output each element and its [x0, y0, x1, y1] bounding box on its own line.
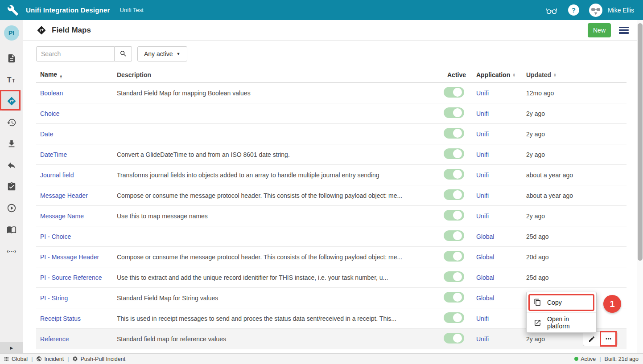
history-icon — [7, 118, 16, 127]
sidebar-item-download[interactable] — [2, 134, 21, 154]
field-map-link[interactable]: Journal field — [40, 172, 74, 179]
column-header-name[interactable]: Name▲▼ — [36, 71, 117, 79]
top-bar: Unifi Integration Designer Unifi Test ? … — [0, 0, 643, 20]
table-row: DateTimeConvert a GlideDateTime to and f… — [36, 144, 627, 165]
sidebar-item-text[interactable] — [2, 70, 21, 90]
help-icon[interactable]: ? — [568, 4, 579, 16]
active-toggle[interactable] — [444, 148, 464, 159]
active-filter-dropdown[interactable]: Any active▼ — [137, 46, 187, 61]
active-toggle[interactable] — [444, 251, 464, 262]
column-header-application[interactable]: Application▲▼ — [466, 71, 515, 78]
sort-icon: ▲▼ — [59, 74, 62, 79]
active-toggle[interactable] — [444, 271, 464, 282]
field-map-link[interactable]: Choice — [40, 110, 60, 117]
application-link[interactable]: Global — [476, 254, 494, 261]
active-toggle[interactable] — [444, 128, 464, 139]
hamburger-icon[interactable] — [619, 27, 629, 34]
application-link[interactable]: Unifi — [476, 335, 489, 343]
user-avatar[interactable] — [589, 4, 602, 17]
footer-scope[interactable]: Global — [4, 356, 28, 362]
context-menu-item-copy[interactable]: Copy — [527, 292, 596, 312]
active-toggle[interactable] — [444, 292, 464, 303]
field-map-link[interactable]: Boolean — [40, 90, 63, 97]
field-map-link[interactable]: PI - Source Reference — [40, 274, 102, 281]
search-input[interactable] — [36, 46, 115, 61]
application-link[interactable]: Unifi — [476, 172, 489, 179]
description-cell: Convert a GlideDateTime to and from an I… — [117, 151, 430, 158]
table-row: BooleanStandard Field Map for mapping Bo… — [36, 83, 627, 103]
table-header-row: Name▲▼DescriptionActiveApplication▲▼Upda… — [36, 67, 627, 83]
sidebar-item-history[interactable] — [2, 113, 21, 132]
column-header-updated[interactable]: Updated▲▼ — [515, 71, 583, 78]
description-cell: Use this to map message names — [117, 213, 430, 220]
application-link[interactable]: Unifi — [476, 192, 489, 199]
instance-name[interactable]: Unifi Test — [120, 7, 144, 13]
updated-cell: 2y ago — [515, 151, 583, 158]
active-toggle[interactable] — [444, 87, 464, 98]
built-label: Built: 21d ago — [605, 356, 639, 362]
field-map-link[interactable]: Message Header — [40, 192, 88, 199]
active-toggle[interactable] — [444, 312, 464, 323]
active-toggle[interactable] — [444, 107, 464, 118]
field-map-link[interactable]: PI - Choice — [40, 233, 71, 240]
status-label: Active — [581, 356, 596, 362]
sidebar-collapse-button[interactable]: ▶ — [0, 342, 23, 353]
footer-process[interactable]: Incident — [36, 356, 64, 362]
sidebar-item-reply[interactable] — [2, 155, 21, 175]
active-toggle[interactable] — [444, 210, 464, 221]
table-row: ChoiceUnifi2y ago — [36, 103, 627, 124]
new-button[interactable]: New — [588, 23, 611, 37]
updated-cell: 2y ago — [515, 335, 583, 343]
field-map-link[interactable]: Reference — [40, 335, 69, 343]
sidebar-item-document[interactable] — [2, 49, 21, 68]
sort-icon: ▲▼ — [553, 73, 556, 77]
active-toggle[interactable] — [444, 230, 464, 241]
application-link[interactable]: Unifi — [476, 131, 489, 138]
application-link[interactable]: Unifi — [476, 213, 489, 220]
updated-cell: 25d ago — [515, 274, 583, 281]
context-menu-item-open-in-platform[interactable]: Open in platform — [527, 312, 596, 332]
code-icon — [7, 246, 16, 256]
active-toggle[interactable] — [444, 169, 464, 180]
application-link[interactable]: Global — [476, 274, 494, 281]
field-map-link[interactable]: PI - Message Header — [40, 254, 99, 261]
pencil-icon — [588, 335, 595, 343]
description-cell: Standard field map for reference values — [117, 335, 430, 343]
text-icon — [7, 75, 16, 85]
search-button[interactable] — [115, 46, 132, 61]
scrollbar-thumb[interactable] — [638, 23, 643, 261]
application-link[interactable]: Global — [476, 294, 494, 302]
field-map-link[interactable]: Message Name — [40, 213, 84, 220]
application-link[interactable]: Unifi — [476, 110, 489, 117]
toolbar: Any active▼ — [23, 41, 643, 67]
globe-icon — [36, 356, 42, 362]
field-map-link[interactable]: Date — [40, 131, 54, 138]
updated-cell: 20d ago — [515, 254, 583, 261]
active-toggle[interactable] — [444, 189, 464, 200]
more-button[interactable]: ••• — [600, 332, 617, 346]
annotation-box — [528, 294, 594, 311]
edit-button[interactable] — [583, 332, 600, 346]
description-cell: Transforms journal fields into objects a… — [117, 172, 430, 179]
sidebar-item-tasks[interactable] — [2, 177, 21, 196]
application-link[interactable]: Unifi — [476, 151, 489, 158]
application-link[interactable]: Unifi — [476, 90, 489, 97]
description-cell: Use this to extract and add the unique r… — [117, 274, 430, 281]
field-map-link[interactable]: DateTime — [40, 151, 67, 158]
row-actions: ••• — [583, 331, 618, 346]
sidebar-item-book[interactable] — [2, 220, 21, 239]
updated-cell: 2y ago — [515, 110, 583, 117]
glasses-icon[interactable] — [545, 4, 558, 16]
field-map-link[interactable]: PI - String — [40, 294, 68, 302]
field-map-link[interactable]: Receipt Status — [40, 315, 81, 322]
workspace-avatar[interactable]: PI — [4, 25, 19, 41]
footer-message[interactable]: Push-Pull Incident — [72, 356, 125, 362]
table-row: PI - Source ReferenceUse this to extract… — [36, 267, 627, 288]
sidebar-item-play[interactable] — [2, 198, 21, 218]
updated-cell: 2y ago — [515, 131, 583, 138]
application-link[interactable]: Global — [476, 233, 494, 240]
application-link[interactable]: Unifi — [476, 315, 489, 322]
sidebar-item-code[interactable] — [2, 241, 21, 261]
active-toggle[interactable] — [444, 333, 464, 344]
sidebar-item-field-map[interactable] — [2, 91, 21, 111]
